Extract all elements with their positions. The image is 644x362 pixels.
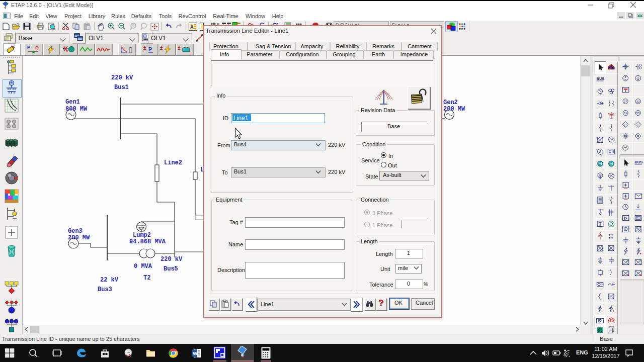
svg-text:BUS: BUS: [597, 76, 605, 81]
svg-text:BUS: BUS: [635, 160, 643, 164]
svg-text:32: 32: [636, 100, 639, 103]
svg-text:81: 81: [623, 111, 627, 115]
svg-text:55: 55: [636, 111, 639, 115]
svg-text:W: W: [193, 350, 197, 356]
svg-text:27: 27: [623, 100, 627, 103]
svg-text:P: P: [624, 123, 626, 126]
svg-text:Z: Z: [627, 274, 629, 277]
svg-text:Z: Z: [640, 274, 642, 277]
svg-text:R: R: [637, 134, 639, 138]
svg-text:I: I: [637, 123, 638, 126]
